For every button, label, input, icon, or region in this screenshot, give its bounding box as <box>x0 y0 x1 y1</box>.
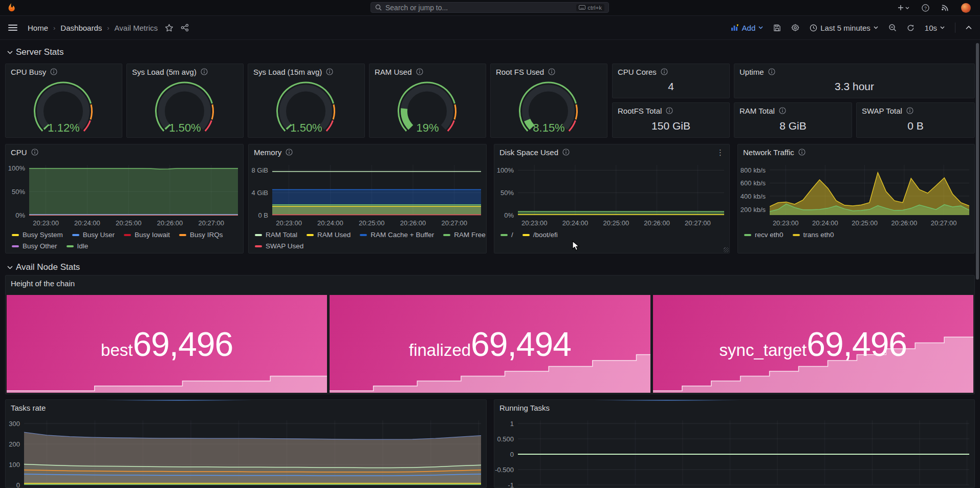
legend-label: Idle <box>77 242 89 250</box>
info-icon[interactable] <box>50 68 57 75</box>
legend-item[interactable]: SWAP Used <box>255 242 303 250</box>
info-icon[interactable] <box>666 107 673 114</box>
top-nav-bar: Search or jump to... ctrl+k <box>0 0 980 16</box>
share-button[interactable] <box>181 24 189 32</box>
axis-tick-label: 20:24:00 <box>74 219 100 227</box>
search-input[interactable]: Search or jump to... ctrl+k <box>371 2 609 13</box>
big-stat-label: sync_target <box>720 341 807 360</box>
plot-area[interactable] <box>518 164 724 218</box>
star-icon <box>165 24 173 32</box>
info-icon[interactable] <box>548 68 555 75</box>
section-server-stats[interactable]: Server Stats <box>7 47 64 57</box>
svg-text:?: ? <box>924 5 927 10</box>
stat-panel-finalized[interactable]: finalized69,494 <box>330 295 650 393</box>
plot-area[interactable] <box>770 164 969 218</box>
section-title: Server Stats <box>16 47 64 57</box>
y-axis: 3002001000 <box>6 419 24 488</box>
info-icon[interactable] <box>326 68 333 75</box>
x-axis: 20:23:0020:24:0020:25:0020:26:0020:27:00 <box>494 219 729 228</box>
axis-tick-label: 200 <box>9 440 20 448</box>
plot-area[interactable] <box>29 164 238 218</box>
panel-cpu-busy: CPU Busy1.12% <box>5 63 122 138</box>
axis-tick-label: 0% <box>504 211 514 219</box>
news-button[interactable] <box>942 4 949 11</box>
info-icon[interactable] <box>416 68 423 75</box>
panel-height-of-chain: Height of the chainbest69,496finalized69… <box>5 275 975 394</box>
legend-swatch <box>12 245 19 247</box>
y-axis: 8 GiB4 GiB0 B <box>249 164 272 218</box>
legend-item[interactable]: Busy Other <box>12 242 57 250</box>
legend-label: trans eth0 <box>803 231 834 239</box>
breadcrumb-separator: › <box>107 24 109 32</box>
axis-tick-label: 20:27:00 <box>685 219 711 227</box>
gauge: 19% <box>369 79 486 135</box>
y-axis: 10.5000-0.500-1 <box>494 419 518 488</box>
legend-item[interactable]: Idle <box>67 242 89 250</box>
info-icon[interactable] <box>768 68 775 75</box>
dashboard-settings-button[interactable] <box>791 24 799 32</box>
axis-tick-label: 20:24:00 <box>562 219 589 227</box>
new-button[interactable] <box>898 5 909 11</box>
legend-item[interactable]: RAM Total <box>255 231 297 239</box>
time-range-picker[interactable]: Last 5 minutes <box>810 24 878 32</box>
legend-label: /boot/efi <box>533 231 558 239</box>
panel-header: Running Tasks <box>494 400 974 415</box>
refresh-button[interactable] <box>907 24 914 32</box>
plot-area[interactable] <box>518 419 969 488</box>
panel-uptime: Uptime3.3 hour <box>734 63 975 98</box>
favorite-button[interactable] <box>165 24 173 32</box>
legend-swatch <box>793 234 800 236</box>
time-range-label: Last 5 minutes <box>820 24 870 32</box>
panel-cpu-cores: CPU Cores4 <box>612 63 730 98</box>
save-dashboard-button[interactable] <box>773 24 781 32</box>
legend-item[interactable]: RAM Cache + Buffer <box>360 231 434 239</box>
legend-item[interactable]: RAM Used <box>307 231 351 239</box>
stat-panel-best[interactable]: best69,496 <box>7 295 327 393</box>
legend-item[interactable]: /boot/efi <box>522 231 558 239</box>
plot-area[interactable] <box>272 164 481 218</box>
breadcrumb-home[interactable]: Home <box>28 24 48 32</box>
x-axis: 20:23:0020:24:0020:25:0020:26:0020:27:00 <box>249 219 486 228</box>
info-icon[interactable] <box>201 68 208 75</box>
chevron-down-icon <box>940 26 945 29</box>
legend-item[interactable]: / <box>500 231 513 239</box>
info-icon[interactable] <box>779 107 786 114</box>
legend-item[interactable]: trans eth0 <box>793 231 834 239</box>
add-panel-button[interactable]: Add <box>731 24 764 32</box>
gauge-value: 8.15% <box>491 121 607 135</box>
panel-header: Height of the chain <box>6 275 974 291</box>
panel-header: Memory <box>249 144 486 160</box>
legend-item[interactable]: RAM Free <box>443 231 486 239</box>
legend-swatch <box>124 234 131 236</box>
stat-panel-sync_target[interactable]: sync_target69,496 <box>653 295 973 393</box>
panel-menu-icon[interactable]: ⋮ <box>716 148 724 156</box>
menu-toggle-icon[interactable] <box>8 25 17 31</box>
legend-item[interactable]: Busy IRQs <box>179 231 223 239</box>
info-icon[interactable] <box>562 148 570 156</box>
legend-item[interactable]: Busy System <box>12 231 63 239</box>
y-axis: 800 kb/s600 kb/s400 kb/s200 kb/s <box>738 164 770 218</box>
scrollbar[interactable] <box>976 43 979 280</box>
collapse-header-button[interactable] <box>966 26 972 30</box>
zoom-out-button[interactable] <box>888 24 897 32</box>
panel-title: Height of the chain <box>11 279 75 288</box>
info-icon[interactable] <box>906 107 913 114</box>
help-button[interactable]: ? <box>922 4 929 12</box>
section-avail-node-stats[interactable]: Avail Node Stats <box>7 262 80 272</box>
breadcrumb-dashboards[interactable]: Dashboards <box>60 24 102 32</box>
info-icon[interactable] <box>798 148 805 156</box>
legend-item[interactable]: recv eth0 <box>744 231 783 239</box>
plot-area[interactable] <box>24 419 481 488</box>
legend-item[interactable]: Busy Iowait <box>124 231 170 239</box>
axis-tick-label: 8 GiB <box>251 166 268 174</box>
legend-item[interactable]: Busy User <box>72 231 115 239</box>
user-avatar[interactable] <box>961 3 971 13</box>
grafana-logo[interactable] <box>6 3 16 13</box>
panel-title: Sys Load (15m avg) <box>253 68 322 76</box>
info-icon[interactable] <box>661 68 668 75</box>
panel-resize-handle[interactable] <box>724 247 729 252</box>
refresh-interval-picker[interactable]: 10s <box>925 24 945 32</box>
panel-sys-load-15m: Sys Load (15m avg)1.50% <box>248 63 365 138</box>
info-icon[interactable] <box>31 148 38 156</box>
info-icon[interactable] <box>286 148 293 156</box>
